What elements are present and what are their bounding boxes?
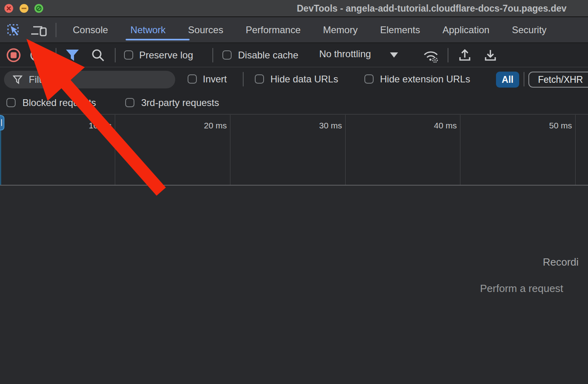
device-toolbar-icon[interactable] bbox=[30, 23, 48, 39]
blocked-requests-label: Blocked requests bbox=[22, 97, 96, 108]
recording-status-text: Recordi bbox=[543, 256, 579, 268]
export-har-icon[interactable] bbox=[482, 47, 498, 64]
timeline-tick-label: 40 ms bbox=[423, 121, 457, 130]
network-filter-bar: Invert Hide data URLs Hide extension URL… bbox=[0, 68, 588, 91]
zoom-window-icon[interactable] bbox=[34, 4, 44, 13]
window-title: DevTools - angela-add-tutorial.cloudflar… bbox=[297, 3, 566, 14]
timeline-gridline bbox=[230, 115, 230, 185]
third-party-requests-checkbox[interactable] bbox=[125, 98, 134, 107]
timeline-gridline bbox=[460, 115, 460, 185]
throttling-select[interactable]: No throttling bbox=[319, 48, 398, 60]
filter-funnel-icon[interactable] bbox=[65, 48, 80, 63]
disable-cache-label: Disable cache bbox=[238, 50, 298, 61]
network-overview-timeline[interactable]: 10 ms 20 ms 30 ms 40 ms 50 ms bbox=[0, 115, 588, 186]
filter-input-wrap[interactable] bbox=[4, 71, 175, 88]
tab-network[interactable]: Network bbox=[130, 24, 166, 36]
tab-performance[interactable]: Performance bbox=[246, 24, 300, 36]
timeline-gridline bbox=[345, 115, 346, 185]
filter-divider bbox=[243, 72, 244, 86]
tab-elements[interactable]: Elements bbox=[380, 24, 420, 36]
clear-network-log-icon[interactable] bbox=[30, 48, 43, 63]
toolbar-divider bbox=[448, 48, 448, 62]
close-window-icon[interactable] bbox=[4, 4, 14, 13]
timeline-tick-label: 50 ms bbox=[538, 121, 572, 130]
filter-divider bbox=[524, 72, 524, 86]
filter-fetch-xhr-button[interactable]: Fetch/XHR bbox=[528, 72, 588, 88]
toolbar-divider bbox=[56, 23, 56, 37]
disable-cache-checkbox[interactable] bbox=[222, 50, 232, 60]
chevron-down-icon bbox=[390, 52, 398, 58]
hide-extension-urls-label: Hide extension URLs bbox=[380, 74, 470, 85]
network-conditions-icon[interactable] bbox=[422, 48, 440, 65]
import-har-icon[interactable] bbox=[457, 47, 473, 64]
toolbar-divider bbox=[212, 48, 213, 62]
timeline-tick-label: 10 ms bbox=[78, 121, 112, 130]
perform-request-hint-text: Perform a request bbox=[480, 282, 563, 295]
filter-funnel-small-icon bbox=[13, 75, 22, 84]
request-filters-row: Blocked requests 3rd-party requests bbox=[0, 91, 588, 114]
title-bar: DevTools - angela-add-tutorial.cloudflar… bbox=[0, 0, 588, 17]
overview-drag-handle[interactable] bbox=[0, 115, 4, 130]
record-network-log-icon[interactable] bbox=[6, 47, 22, 64]
timeline-gridline bbox=[575, 115, 576, 185]
tab-security[interactable]: Security bbox=[512, 24, 547, 36]
devtools-tab-bar: Console Network Sources Performance Memo… bbox=[0, 17, 588, 43]
search-icon[interactable] bbox=[90, 48, 106, 64]
tab-application[interactable]: Application bbox=[442, 24, 489, 36]
preserve-log-checkbox[interactable] bbox=[124, 50, 133, 60]
tab-sources[interactable]: Sources bbox=[188, 24, 223, 36]
invert-label: Invert bbox=[203, 74, 227, 85]
timeline-tick-label: 30 ms bbox=[308, 121, 342, 130]
minimize-window-icon[interactable] bbox=[19, 4, 29, 13]
third-party-requests-label: 3rd-party requests bbox=[141, 97, 219, 108]
invert-checkbox[interactable] bbox=[188, 74, 197, 84]
inspect-element-icon[interactable] bbox=[6, 22, 22, 39]
filter-all-button[interactable]: All bbox=[496, 72, 519, 88]
devtools-window: DevTools - angela-add-tutorial.cloudflar… bbox=[0, 0, 588, 384]
requests-empty-area: Recordi Perform a request bbox=[0, 186, 588, 384]
network-toolbar: Preserve log Disable cache No throttling bbox=[0, 43, 588, 67]
hide-data-urls-label: Hide data URLs bbox=[270, 74, 338, 85]
hide-data-urls-checkbox[interactable] bbox=[255, 74, 264, 84]
toolbar-divider bbox=[56, 48, 56, 62]
tab-memory[interactable]: Memory bbox=[323, 24, 358, 36]
hide-extension-urls-checkbox[interactable] bbox=[364, 74, 374, 84]
active-tab-indicator bbox=[126, 39, 190, 40]
throttling-value: No throttling bbox=[319, 48, 371, 60]
blocked-requests-checkbox[interactable] bbox=[6, 98, 16, 107]
filter-input[interactable] bbox=[28, 74, 162, 86]
tab-console[interactable]: Console bbox=[73, 24, 108, 36]
toolbar-divider bbox=[115, 48, 116, 62]
timeline-tick-label: 20 ms bbox=[193, 121, 227, 130]
timeline-gridline bbox=[115, 115, 115, 185]
preserve-log-label: Preserve log bbox=[139, 50, 193, 61]
